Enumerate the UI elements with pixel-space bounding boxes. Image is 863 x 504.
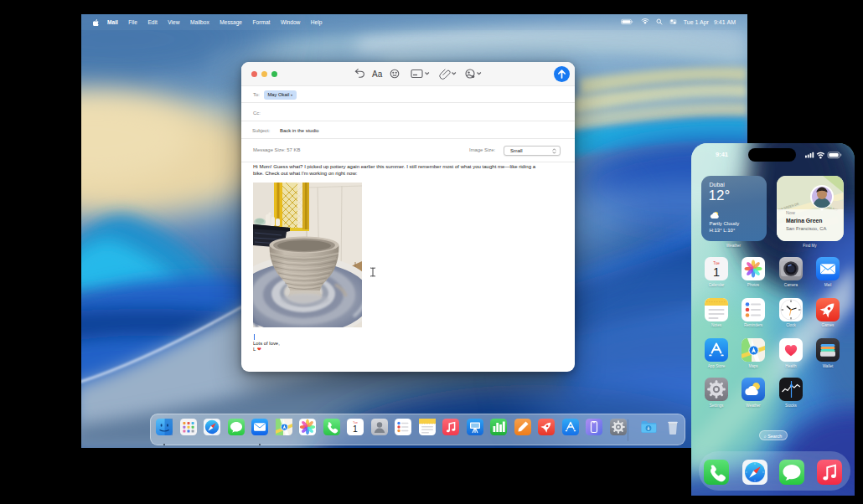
svg-text:Now: Now bbox=[786, 210, 795, 215]
svg-text:1: 1 bbox=[353, 424, 358, 434]
svg-text:1: 1 bbox=[713, 265, 720, 279]
svg-text:Aa: Aa bbox=[372, 69, 383, 79]
svg-text:San Francisco, CA: San Francisco, CA bbox=[786, 226, 826, 231]
svg-text:Marina Green: Marina Green bbox=[786, 218, 822, 224]
